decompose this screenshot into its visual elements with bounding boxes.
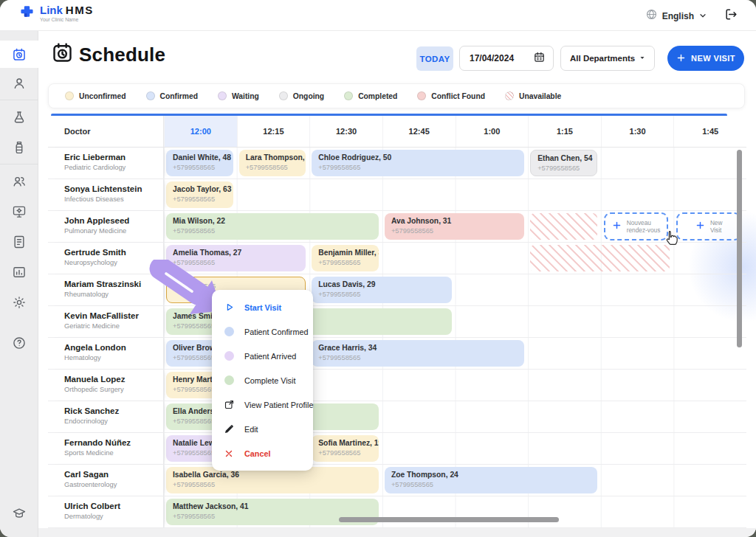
slot-button-label: NewVisit xyxy=(710,219,723,235)
gear-icon xyxy=(12,295,27,310)
patient-phone: +5799558565 xyxy=(173,227,372,235)
horizontal-scrollbar[interactable] xyxy=(339,517,559,522)
menu-item-start-visit[interactable]: Start Visit xyxy=(212,295,313,319)
patient-phone: +5799558565 xyxy=(318,291,444,298)
new-visit-slot-button[interactable]: Nouveaurendez-vous xyxy=(604,212,669,240)
unavailable-zone xyxy=(530,245,670,271)
legend-label: Unavailable xyxy=(519,92,561,100)
sidebar-item-staff[interactable] xyxy=(0,166,38,196)
doctor-specialty: Infectious Diseases xyxy=(64,195,159,203)
patient-name: Lara Thompson, 28 xyxy=(246,153,300,162)
appointment-lane: Daniel White, 48+5799558565Lara Thompson… xyxy=(164,148,746,179)
menu-item-patient-confirmed[interactable]: Patient Confirmed xyxy=(212,319,313,344)
sidebar-item-learning[interactable] xyxy=(0,498,38,528)
brand-text: Link HMS Your Clinic Name xyxy=(40,4,94,22)
legend-label: Completed xyxy=(358,92,397,100)
appointment-card[interactable]: Ava Johnson, 31+5799558565 xyxy=(385,213,524,240)
status-dot-icon xyxy=(223,327,235,336)
schedule-row: Manuela LopezOrthopedic SurgeryHenry Mar… xyxy=(48,370,746,401)
new-visit-button[interactable]: NEW VISIT xyxy=(667,46,744,71)
appointment-card[interactable]: Grace Harris, 34+5799558565 xyxy=(312,340,524,367)
doctor-specialty: Dermatology xyxy=(64,513,159,520)
legend-item-waiting: Waiting xyxy=(218,91,259,100)
sidebar-item-billing[interactable] xyxy=(0,226,38,257)
department-select[interactable]: All Departments xyxy=(560,46,655,71)
doctor-cell: John AppleseedPulmonary Medicine xyxy=(48,211,164,242)
doctor-specialty: Orthopedic Surgery xyxy=(64,386,159,393)
doctor-specialty: Geriatric Medicine xyxy=(64,322,159,330)
appointment-card[interactable]: Mia Wilson, 22+5799558565 xyxy=(166,213,379,240)
appointment-card[interactable]: Benjamin Miller, 39+5799558565 xyxy=(312,245,379,271)
flask-icon xyxy=(12,110,27,125)
legend-item-unavailable: Unavailable xyxy=(505,91,561,100)
legend-dot-waiting xyxy=(218,91,227,100)
brand-primary: Link xyxy=(40,4,63,16)
appointment-card[interactable]: Isabella Garcia, 36+5799558565 xyxy=(166,467,379,493)
menu-item-patient-arrived[interactable]: Patient Arrived xyxy=(212,344,313,368)
legend-item-completed: Completed xyxy=(344,91,397,100)
schedule-row: Kevin MacFallisterGeriatric MedicineJame… xyxy=(48,306,746,338)
time-column-header: 1:15 xyxy=(528,116,601,147)
appointment-card[interactable]: Ethan Chen, 54+5799558565 xyxy=(530,150,597,176)
schedule-row: Eric LiebermanPediatric CardiologyDaniel… xyxy=(48,148,746,179)
doctor-specialty: Pulmonary Medicine xyxy=(64,227,159,235)
time-column-header: 12:45 xyxy=(382,116,456,147)
patient-phone: +5799558565 xyxy=(173,164,227,171)
time-column-header: 1:30 xyxy=(601,116,674,147)
doctor-name: Angela London xyxy=(64,343,159,352)
sidebar-item-pharmacy[interactable] xyxy=(0,132,38,162)
schedule-row: John AppleseedPulmonary MedicineMia Wils… xyxy=(48,211,746,243)
sidebar-item-patients[interactable] xyxy=(0,68,38,98)
chart-box-icon xyxy=(12,265,27,280)
appointment-lane: Mia Wilson, 22+5799558565Ava Johnson, 31… xyxy=(164,211,746,242)
menu-item-label: Start Visit xyxy=(244,303,281,312)
graduation-cap-icon xyxy=(12,506,27,521)
patient-phone: +5799558565 xyxy=(173,195,227,203)
sidebar-item-workstation[interactable] xyxy=(0,196,38,226)
appointment-card[interactable]: Chloe Rodriguez, 50+5799558565 xyxy=(312,150,524,176)
new-visit-slot-button[interactable]: NewVisit xyxy=(676,212,741,240)
caret-down-icon xyxy=(638,52,647,65)
doctor-name: Gertrude Smith xyxy=(64,248,159,257)
status-dot xyxy=(224,327,234,336)
appointment-lane: Amelia Thomas, 27+5799558565Benjamin Mil… xyxy=(164,243,746,274)
sidebar-item-reports[interactable] xyxy=(0,257,38,287)
doctor-name: John Appleseed xyxy=(64,216,159,225)
legend-dot-ongoing xyxy=(279,91,288,100)
schedule-calendar-icon xyxy=(51,41,74,67)
menu-item-cancel[interactable]: Cancel xyxy=(212,441,313,465)
appointment-card[interactable]: Sofia Martinez, 19+5799558565 xyxy=(312,435,379,462)
doctor-cell: Angela LondonHematology xyxy=(48,338,164,369)
menu-item-view-patient-profile[interactable]: View Patient Profile xyxy=(212,392,313,417)
doctor-specialty: Endocrinology xyxy=(64,418,159,425)
appointment-card[interactable]: Zoe Thompson, 24+5799558565 xyxy=(385,467,597,493)
appointment-card[interactable]: Lara Thompson, 28+5799558565 xyxy=(239,150,306,176)
language-selector[interactable]: English xyxy=(645,8,707,24)
patient-phone: +5799558565 xyxy=(391,227,518,235)
menu-item-edit[interactable]: Edit xyxy=(212,417,313,441)
new-visit-label: NEW VISIT xyxy=(691,54,735,63)
plus-icon xyxy=(695,220,705,233)
logout-button[interactable] xyxy=(722,7,740,24)
vertical-scrollbar[interactable] xyxy=(737,150,742,347)
sidebar-separator xyxy=(0,164,38,164)
schedule-row: Gertrude SmithNeuropsychologyAmelia Thom… xyxy=(48,243,746,274)
sidebar-nav xyxy=(0,31,38,537)
appointment-lane: Jacob Taylor, 63+5799558565 xyxy=(164,179,746,210)
status-dot-icon xyxy=(223,351,235,361)
menu-item-complete-visit[interactable]: Complete Visit xyxy=(212,368,313,392)
sidebar-item-help[interactable] xyxy=(0,328,38,358)
legend-dot-completed xyxy=(344,91,353,100)
legend-label: Confirmed xyxy=(160,92,199,100)
today-button[interactable]: TODAY xyxy=(416,46,453,71)
appointment-card[interactable]: Amelia Thomas, 27+5799558565 xyxy=(166,245,306,271)
date-input[interactable]: 17/04/2024 xyxy=(459,46,554,71)
appointment-card[interactable]: Jacob Taylor, 63+5799558565 xyxy=(166,181,233,208)
sidebar-item-laboratory[interactable] xyxy=(0,102,38,132)
sidebar-item-settings[interactable] xyxy=(0,287,38,317)
main-area: Schedule TODAY 17/04/2024 All Department… xyxy=(38,31,756,537)
appointment-card[interactable]: Lucas Davis, 29+5799558565 xyxy=(312,277,451,303)
legend-dot-unconfirmed xyxy=(65,91,74,100)
sidebar-item-schedule[interactable] xyxy=(0,41,38,68)
appointment-card[interactable]: Daniel White, 48+5799558565 xyxy=(166,150,233,176)
